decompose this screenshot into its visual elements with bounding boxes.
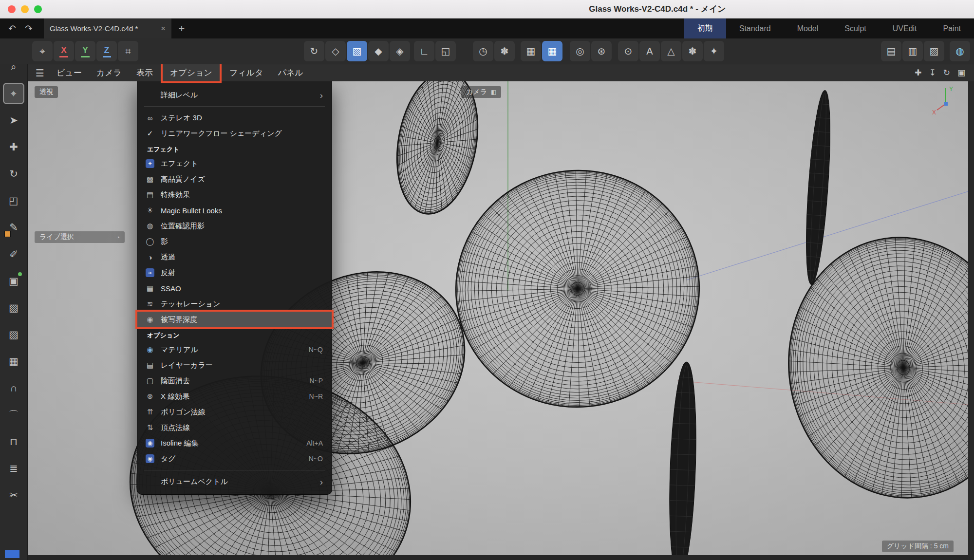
view-label[interactable]: 透視	[35, 86, 58, 98]
viewport-menu-options[interactable]: オプション	[163, 64, 220, 81]
viewport-menu-filter[interactable]: フィルタ	[222, 64, 271, 81]
x-axis-lock[interactable]: X	[54, 41, 74, 61]
minimize-window-button[interactable]	[21, 5, 29, 13]
brush-tool[interactable]: ✎	[3, 217, 24, 238]
menu-item-volume-vector[interactable]: ボリュームベクトル›	[137, 474, 332, 489]
menu-item-isoline-edit[interactable]: ◉Isoline 編集Alt+A	[137, 435, 332, 451]
interactive-render-icon[interactable]: ◍	[950, 41, 970, 61]
pen-tool[interactable]: ✐	[3, 243, 24, 265]
menu-item-x-ray[interactable]: ⊗X 線効果N~R	[137, 389, 332, 404]
axis-modification-icon[interactable]: ⌖	[32, 41, 53, 61]
menu-item-position-shadow[interactable]: ◍位置確認用影	[137, 218, 332, 234]
menu-item-tessellation[interactable]: ≋テッセレーション	[137, 296, 332, 312]
coordinate-system-icon[interactable]: ⌗	[118, 41, 138, 61]
stack-tool[interactable]: ≣	[3, 458, 24, 479]
pan-hand-icon[interactable]: ✚	[915, 68, 921, 78]
render-picture-viewer-icon[interactable]: ▥	[902, 41, 923, 61]
free-selection-tool[interactable]: ➤	[3, 110, 24, 131]
modeling-settings-icon[interactable]: ⊛	[591, 41, 612, 61]
symmetry-icon[interactable]: ◎	[570, 41, 590, 61]
cone-primitive-tool[interactable]: ▦	[3, 351, 24, 372]
axis-gizmo[interactable]: Y X	[929, 83, 960, 115]
viewport-menu-camera[interactable]: カメラ	[89, 64, 129, 81]
rotate-view-icon[interactable]: ↻	[943, 68, 950, 78]
cube-primitive-tool[interactable]: ▧	[3, 297, 24, 318]
menu-item-magic-bullet-looks[interactable]: ☀Magic Bullet Looks	[137, 203, 332, 218]
new-tab-button[interactable]: +	[171, 19, 192, 38]
color-swatch[interactable]	[5, 550, 19, 558]
scale-tool[interactable]: ◰	[3, 190, 24, 211]
maximize-view-icon[interactable]: ▣	[957, 68, 965, 78]
menu-item-label: 影	[161, 237, 168, 246]
close-window-button[interactable]	[8, 5, 16, 13]
undo-button[interactable]: ↶	[4, 19, 20, 38]
menu-item-depth-of-field[interactable]: ◉被写界深度	[137, 312, 332, 327]
viewport-menu-view[interactable]: ビュー	[49, 64, 89, 81]
points-mode-icon[interactable]: ◆	[368, 41, 389, 61]
zoom-window-button[interactable]	[34, 5, 42, 13]
menu-item-reflection[interactable]: ≈反射	[137, 265, 332, 280]
normals-triangle-icon[interactable]: △	[661, 41, 681, 61]
camera-label[interactable]: カメラ ◧	[461, 86, 501, 98]
live-selection-tool[interactable]: ⌖	[3, 83, 24, 104]
dolly-icon[interactable]: ↧	[929, 68, 936, 78]
close-tab-icon[interactable]: ×	[161, 24, 166, 34]
menu-item-linear-workflow[interactable]: ✓リニアワークフロー シェーディング	[137, 126, 332, 141]
annotation-a-icon[interactable]: A	[639, 41, 660, 61]
layout-tab-shoki[interactable]: 初期	[684, 19, 726, 38]
render-settings-icon[interactable]: ▨	[924, 41, 944, 61]
z-axis-lock[interactable]: Z	[96, 41, 117, 61]
layout-tab-model[interactable]: Model	[784, 19, 832, 38]
layout-tab-uvedit[interactable]: UVEdit	[880, 19, 930, 38]
settings-gear-icon[interactable]: ✽	[682, 41, 703, 61]
layout-tab-sculpt[interactable]: Sculpt	[831, 19, 879, 38]
document-tab[interactable]: Glass Works-V2-C4D.c4d * ×	[44, 19, 171, 38]
move-tool[interactable]: ✚	[3, 136, 24, 158]
x-axis-lock-glyph: X	[59, 45, 68, 57]
stereo-glasses-icon: ∞	[144, 114, 156, 122]
menu-item-ssao[interactable]: ▦SSAO	[137, 280, 332, 296]
polygons-mode-icon[interactable]: ◈	[390, 41, 410, 61]
model-mode-icon[interactable]: ◇	[325, 41, 346, 61]
deformer-tool[interactable]: ⌒	[3, 404, 24, 426]
autokey-clock-icon[interactable]: ◷	[473, 41, 493, 61]
make-editable-icon[interactable]: ↻	[304, 41, 324, 61]
menu-item-stereo-3d[interactable]: ∞ステレオ 3D	[137, 110, 332, 126]
menu-item-special-effects[interactable]: ▤特殊効果	[137, 187, 332, 203]
modeling-object-tool[interactable]: ▣	[3, 270, 24, 292]
viewport-menu-panel[interactable]: パネル	[271, 64, 311, 81]
menu-item-vertex-normals[interactable]: ⇅頂点法線	[137, 420, 332, 435]
y-axis-lock[interactable]: Y	[75, 41, 95, 61]
menu-item-polygon-normals[interactable]: ⇈ポリゴン法線	[137, 404, 332, 420]
menu-item-label: Magic Bullet Looks	[161, 206, 222, 215]
layout-tab-paint[interactable]: Paint	[930, 19, 974, 38]
menu-item-shadow[interactable]: ◯影	[137, 234, 332, 249]
menu-item-transparency[interactable]: ◑透過	[137, 249, 332, 265]
snap-grid-icon[interactable]: ▦	[542, 41, 562, 61]
menu-item-hidden-line[interactable]: ▢陰面消去N~P	[137, 373, 332, 389]
object-mode-icon[interactable]: ▧	[347, 41, 367, 61]
menu-item-layer-color[interactable]: ▤レイヤーカラー	[137, 357, 332, 373]
visibility-eye-icon[interactable]: ⊙	[618, 41, 638, 61]
cap-tool[interactable]: ⊓	[3, 431, 24, 452]
keyframe-gear-icon[interactable]: ✽	[494, 41, 515, 61]
sphere-primitive-tool[interactable]: ▨	[3, 324, 24, 345]
scale-tool-glyph: ◰	[9, 195, 19, 206]
arch-tool[interactable]: ∩	[3, 377, 24, 399]
hamburger-menu-icon[interactable]: ☰	[36, 67, 44, 79]
layout-tab-standard[interactable]: Standard	[726, 19, 784, 38]
menu-item-tags[interactable]: ◉タグN~O	[137, 451, 332, 467]
viewport-menu-display[interactable]: 表示	[129, 64, 160, 81]
knife-tool[interactable]: ✂	[3, 485, 24, 506]
rotate-tool[interactable]: ↻	[3, 163, 24, 185]
workplane-icon[interactable]: ◱	[435, 41, 456, 61]
lock-icon[interactable]: ✦	[704, 41, 724, 61]
menu-item-effect[interactable]: ✦エフェクト	[137, 156, 332, 171]
grid-icon[interactable]: ▦	[521, 41, 541, 61]
axis-icon[interactable]: ∟	[414, 41, 434, 61]
menu-item-hq-noise[interactable]: ▩高品質ノイズ	[137, 171, 332, 187]
menu-item-material[interactable]: ◉マテリアルN~Q	[137, 342, 332, 357]
render-view-icon[interactable]: ▤	[881, 41, 901, 61]
redo-button[interactable]: ↷	[20, 19, 37, 38]
menu-item-detail-level[interactable]: 詳細レベル›	[137, 87, 332, 103]
